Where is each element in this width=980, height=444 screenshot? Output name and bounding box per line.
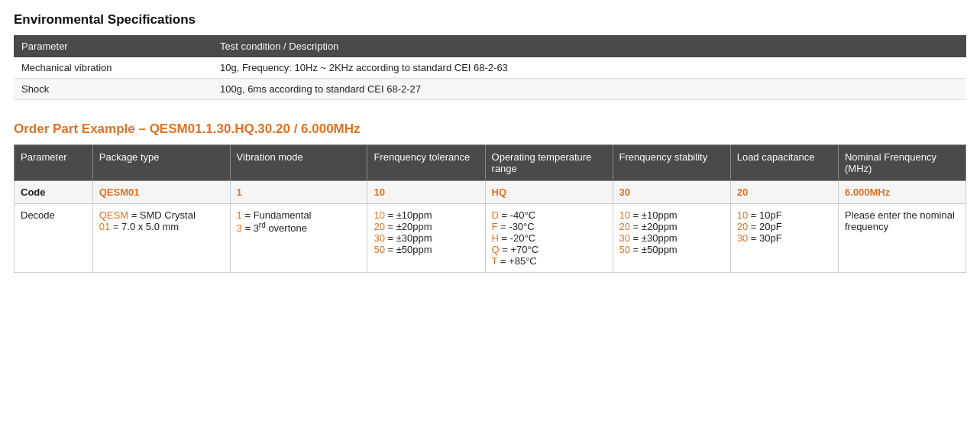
decode-vib-3: 3 [237, 222, 242, 234]
order-header-load-cap: Load capacitance [730, 145, 838, 181]
env-table: Parameter Test condition / Description M… [14, 35, 966, 100]
decode-vib-1: 1 [237, 209, 242, 221]
code-freq-stab: 30 [613, 181, 730, 204]
table-row: Mechanical vibration 10g, Frequency: 10H… [14, 57, 966, 79]
env-desc-1: 10g, Frequency: 10Hz ~ 2KHz according to… [212, 57, 966, 79]
decode-freq-tol: 10 = ±10ppm 20 = ±20ppm 30 = ±30ppm 50 =… [367, 204, 485, 273]
code-op-temp: HQ [485, 181, 613, 204]
env-section-title: Environmental Specifications [14, 12, 966, 28]
decode-pkg-01: 01 [99, 221, 110, 232]
code-nominal: 6.000MHz [838, 181, 965, 204]
decode-op-temp: D = -40°C F = -30°C H = -20°C Q = +70°C … [485, 204, 613, 273]
code-label: Code [15, 181, 93, 204]
table-row: Shock 100g, 6ms according to standard CE… [14, 79, 966, 100]
code-freq-tol: 10 [367, 181, 485, 204]
decode-package: QESM = SMD Crystal 01 = 7.0 x 5.0 mm [92, 204, 230, 273]
env-header-parameter: Parameter [14, 35, 212, 57]
decode-freq-stab: 10 = ±10ppm 20 = ±20ppm 30 = ±30ppm 50 =… [613, 204, 730, 273]
order-section-title: Order Part Example – QESM01.1.30.HQ.30.2… [14, 122, 966, 137]
decode-load-cap: 10 = 10pF 20 = 20pF 30 = 30pF [730, 204, 838, 273]
code-row: Code QESM01 1 10 HQ 30 20 6.000MHz [15, 181, 966, 204]
order-title-highlight: QESM01.1.30.HQ.30.20 / 6.000MHz [150, 122, 361, 136]
order-header-parameter: Parameter [15, 145, 93, 181]
decode-pkg-qesm: QESM [99, 209, 128, 221]
code-vibration: 1 [230, 181, 367, 204]
order-header-freq-stability: Frenquency stability [613, 145, 730, 181]
order-header-vibration: Vibration mode [230, 145, 367, 181]
code-package: QESM01 [92, 181, 230, 204]
code-load-cap: 20 [730, 181, 838, 204]
order-header-freq-tolerance: Frenquency tolerance [367, 145, 485, 181]
decode-vibration: 1 = Fundamental 3 = 3rd overtone [230, 204, 367, 273]
env-param-2: Shock [14, 79, 212, 100]
decode-row: Decode QESM = SMD Crystal 01 = 7.0 x 5.0… [15, 204, 966, 273]
env-desc-2: 100g, 6ms according to standard CEI 68-2… [212, 79, 966, 100]
order-header-op-temp: Operating temperature range [485, 145, 613, 181]
env-param-1: Mechanical vibration [14, 57, 212, 79]
env-header-description: Test condition / Description [212, 35, 966, 57]
decode-label: Decode [15, 204, 93, 273]
decode-nominal: Please enter the nominal frequency [838, 204, 965, 273]
order-title-plain: Order Part Example – [14, 122, 150, 136]
order-table: Parameter Package type Vibration mode Fr… [14, 144, 966, 273]
order-header-nominal: Nominal Frenquency (MHz) [838, 145, 965, 181]
order-header-package: Package type [92, 145, 230, 181]
